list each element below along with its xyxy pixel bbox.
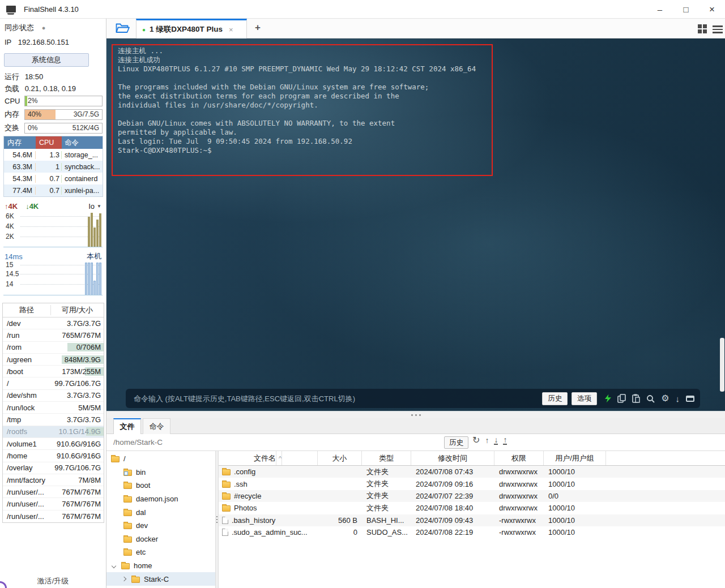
mount-path: /run [3,331,45,340]
tab-session-active[interactable]: ● 1 绿联DXP480T Plus × [136,19,247,38]
file-row[interactable]: Photos 文件夹 2024/07/08 18:40 drwxrwxrwx 1… [219,502,725,514]
tree-item[interactable]: etc [106,546,215,559]
mount-avail: 7M/8M [45,476,104,484]
path-history-button[interactable]: 历史 [444,436,468,449]
mount-row[interactable]: /run/user/...767M/767M [3,510,104,522]
mount-row[interactable]: /run/lock5M/5M [3,402,104,414]
mount-row[interactable]: /run/user/...767M/767M [3,486,104,498]
send-down-icon[interactable]: ↓ [676,394,680,403]
mount-row[interactable]: /99.7G/106.7G [3,377,104,389]
file-table: 文件名^ 大小 类型 修改时间 权限 用户/用户组 .config 文件夹 20… [219,451,725,588]
terminal-area[interactable]: 连接主机 ... 连接主机成功 Linux DXP480TPLUS 6.1.27… [106,38,725,411]
options-button[interactable]: 选项 [572,392,597,405]
chart-mode-dropdown[interactable]: Io ▼ [88,202,101,211]
mount-row[interactable]: /home910.6G/916G [3,450,104,462]
file-row[interactable]: .bash_history 560 B BASH_HI... 2024/07/0… [219,514,725,526]
chevron-down-icon[interactable] [112,563,116,568]
cpu-gauge-label: CPU [5,97,24,105]
terminal-prompt-line: Stark-C@DXP480TPLUS:~$ [118,146,476,155]
file-row[interactable]: .config 文件夹 2024/07/08 07:43 drwxrwxrwx … [219,466,725,478]
window-mode-icon[interactable] [686,396,694,402]
mount-header-avail[interactable]: 可用/大小 [51,305,104,315]
mount-row[interactable]: /ugreen848M/3.9G [3,354,104,366]
tab-commands[interactable]: 命令 [143,418,170,434]
minimize-button[interactable]: – [647,0,673,19]
connection-lightning-icon[interactable] [605,394,611,403]
parent-directory-icon[interactable]: ↑ [485,436,489,444]
process-header-cpu[interactable]: CPU [36,136,62,149]
tab-files[interactable]: 文件 [113,418,141,434]
file-icon [222,529,228,536]
activate-upgrade-link[interactable]: 激活/升级 [0,576,106,586]
close-button[interactable]: × [699,0,725,19]
tree-item[interactable]: docker [106,533,215,546]
terminal-scrollbar[interactable] [720,338,724,392]
mount-row[interactable]: /dev3.7G/3.7G [3,317,104,329]
mount-row[interactable]: /tmp3.7G/3.7G [3,414,104,426]
mount-row[interactable]: /mnt/factory7M/8M [3,474,104,486]
file-size: 0 [318,528,362,537]
tree-item[interactable]: boot [106,479,215,492]
file-row[interactable]: .sudo_as_admin_suc... 0 SUDO_AS... 2024/… [219,526,725,538]
file-name: #recycle [234,492,261,500]
open-sessions-icon[interactable] [116,23,130,36]
tree-item[interactable]: bin [106,466,215,479]
header-size[interactable]: 大小 [318,451,362,465]
gear-icon[interactable]: ⚙ [661,394,669,403]
search-icon[interactable] [646,394,655,403]
file-row[interactable]: .ssh 文件夹 2024/07/09 09:16 drwxrwxrwx 100… [219,478,725,490]
terminal-line: permitted by applicable law. [118,128,476,137]
panel-splitter-handle[interactable] [106,411,725,418]
chevron-right-icon[interactable] [122,577,126,581]
mount-row[interactable]: /run765M/767M [3,329,104,341]
upload-icon[interactable]: ↑ [503,436,507,445]
history-button[interactable]: 历史 [542,392,568,405]
process-row[interactable]: 54.6M 1.3 storage_... [4,149,103,161]
paste-icon[interactable] [632,394,640,403]
header-owner[interactable]: 用户/用户组 [544,451,606,465]
header-permissions[interactable]: 权限 [494,451,544,465]
tree-item[interactable]: dal [106,505,215,519]
file-name: Photos [234,504,257,512]
mount-row[interactable]: /run/user/...767M/767M [3,498,104,510]
tree-item-expanded[interactable]: home [106,559,215,573]
maximize-button[interactable]: □ [673,0,699,19]
mount-row[interactable]: /boot173M/255M [3,366,104,377]
process-header-command[interactable]: 命令 [62,136,103,149]
process-header-memory[interactable]: 内存 [4,136,36,149]
header-filename[interactable]: 文件名^ [219,451,318,465]
header-mtime[interactable]: 修改时间 [411,451,494,465]
menu-icon[interactable] [713,25,723,33]
terminal-line: the exact distribution terms for each pr… [118,92,476,101]
tree-item[interactable]: dev [106,519,215,533]
download-icon[interactable]: ↓ [494,436,498,445]
file-owner: 1000/10 [544,528,606,537]
tab-close-icon[interactable]: × [229,25,233,34]
command-input[interactable] [134,394,538,403]
sidebar: 同步状态 ● IP 192.168.50.151 复制 系统信息 运行 18:5… [0,19,106,588]
header-type[interactable]: 类型 [362,451,411,465]
tree-item-root[interactable]: / [106,452,215,466]
system-info-button[interactable]: 系统信息 [4,53,89,67]
copy-icon[interactable] [617,394,626,403]
refresh-icon[interactable]: ↻ [472,436,480,445]
tree-label: Stark-C [144,575,169,583]
sync-status-dot-icon: ● [42,24,46,31]
mount-row[interactable]: /volume1910.6G/916G [3,438,104,450]
mount-row[interactable]: /dev/shm3.7G/3.7G [3,390,104,402]
process-row[interactable]: 54.3M 0.7 containerd [4,173,103,184]
new-tab-button[interactable]: + [255,22,261,33]
process-row[interactable]: 63.3M 1 syncback... [4,161,103,173]
path-input[interactable] [106,438,424,447]
mount-row-selected[interactable]: /rootfs10.1G/14.9G [3,426,104,438]
tree-item-selected[interactable]: Stark-C [106,572,215,586]
tree-item[interactable]: daemon.json [106,492,215,506]
layout-grid-icon[interactable] [698,24,707,33]
file-row[interactable]: #recycle 文件夹 2024/07/07 22:39 drwxrwxrwx… [219,490,725,502]
mount-header-path[interactable]: 路径 [3,305,51,315]
mount-row[interactable]: /overlay99.7G/106.7G [3,462,104,474]
mount-avail: 5M/5M [45,404,104,412]
process-row[interactable]: 77.4M 0.7 xunlei-pa... [4,184,103,196]
mount-row[interactable]: /rom0/706M [3,342,104,354]
tree-item-partial[interactable] [106,586,215,588]
